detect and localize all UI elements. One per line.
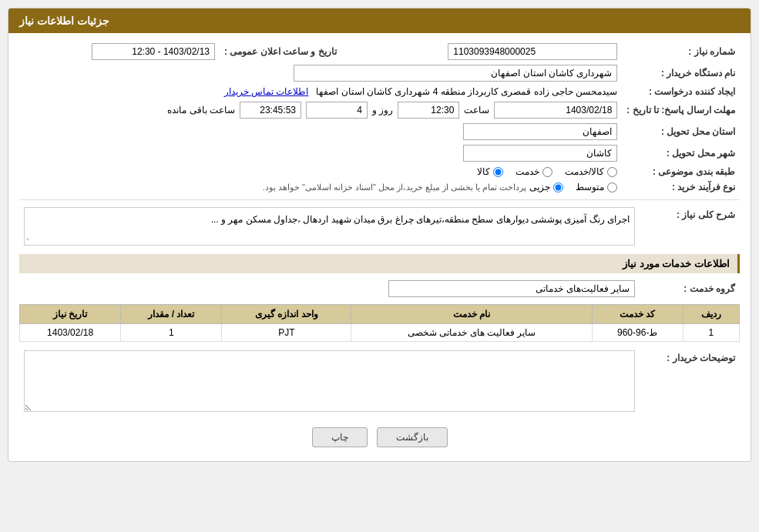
creator-value-cell: سیدمحسن حاجی زاده قمصری کاربرداز منطقه 4… <box>19 84 622 99</box>
announcement-label: تاریخ و ساعت اعلان عمومی : <box>220 41 352 62</box>
table-cell-code: ط-96-960 <box>592 324 683 342</box>
deadline-time-row: 1403/02/18 ساعت 12:30 روز و 4 23:45:53 س… <box>24 102 617 119</box>
category-radio-khedmat: خدمت <box>516 166 552 177</box>
btn-row: بازگشت چاپ <box>19 427 740 447</box>
buyer-notes-textarea[interactable] <box>24 350 635 412</box>
buyer-row: نام دستگاه خریدار : شهرداری کاشان استان … <box>19 62 740 84</box>
process-label: نوع فرآیند خرید : <box>622 179 740 195</box>
services-table-body: 1ط-96-960سایر فعالیت های خدماتی شخصیPJT1… <box>20 324 740 342</box>
process-row-flex: متوسط جزیی پرداخت تمام یا بخشی از مبلغ خ… <box>24 182 617 192</box>
creator-link[interactable]: اطلاعات تماس خریدار <box>224 86 309 97</box>
deadline-time: 12:30 <box>398 102 459 119</box>
category-radio-kala-label: کالا <box>477 166 490 177</box>
buyer-label: نام دستگاه خریدار : <box>622 62 740 84</box>
description-label: شرح کلی نیاز : <box>640 205 740 248</box>
process-value-cell: متوسط جزیی پرداخت تمام یا بخشی از مبلغ خ… <box>19 179 622 195</box>
order-number-row: شماره نیاز : 1103093948000025 تاریخ و سا… <box>19 41 740 62</box>
category-radio-kala-input[interactable] <box>493 167 503 177</box>
creator-name: سیدمحسن حاجی زاده قمصری کاربرداز منطقه 4… <box>316 86 617 97</box>
print-button[interactable]: چاپ <box>312 427 368 447</box>
category-row: طبقه بندی موضوعی : کالا/خدمت خدمت <box>19 164 740 179</box>
description-box: اجرای رنگ آمیزی پوششی دیوارهای سطح منطقه… <box>24 207 635 246</box>
process-radio-group: متوسط جزیی <box>529 182 617 192</box>
province-value-cell: اصفهان <box>19 121 622 142</box>
services-table-header-row: ردیف کد خدمت نام خدمت واحد اندازه گیری ت… <box>20 305 740 324</box>
category-radio-group: کالا/خدمت خدمت کالا <box>24 166 617 177</box>
table-cell-row: 1 <box>683 324 739 342</box>
col-header-name: نام خدمت <box>351 305 592 324</box>
description-text: اجرای رنگ آمیزی پوششی دیوارهای سطح منطقه… <box>211 214 630 225</box>
page-wrapper: جزئیات اطلاعات نیاز شماره نیاز : 1103093… <box>0 0 759 532</box>
group-label: گروه خدمت : <box>640 278 740 299</box>
process-radio-jozi: جزیی <box>529 182 563 192</box>
creator-row: ایجاد کننده درخواست : سیدمحسن حاجی زاده … <box>19 84 740 99</box>
announcement-value: 1403/02/13 - 12:30 <box>92 43 215 60</box>
description-row: شرح کلی نیاز : اجرای رنگ آمیزی پوششی دیو… <box>19 205 740 248</box>
category-radio-khedmat-label: خدمت <box>516 166 539 177</box>
province-value: اصفهان <box>463 123 617 140</box>
group-value: سایر فعالیت‌های خدماتی <box>388 280 635 297</box>
process-note: پرداخت تمام یا بخشی از مبلغ خرید،از محل … <box>263 182 527 192</box>
description-value-cell: اجرای رنگ آمیزی پوششی دیوارهای سطح منطقه… <box>19 205 640 248</box>
table-cell-name: سایر فعالیت های خدماتی شخصی <box>351 324 592 342</box>
services-table-head: ردیف کد خدمت نام خدمت واحد اندازه گیری ت… <box>20 305 740 324</box>
buyer-value: شهرداری کاشان استان اصفهان <box>294 65 617 82</box>
col-header-code: کد خدمت <box>592 305 683 324</box>
creator-label: ایجاد کننده درخواست : <box>622 84 740 99</box>
deadline-days: 4 <box>306 102 368 119</box>
col-header-row: ردیف <box>683 305 739 324</box>
category-label: طبقه بندی موضوعی : <box>622 164 740 179</box>
process-radio-motavaset: متوسط <box>576 182 617 192</box>
process-radio-motavaset-input[interactable] <box>607 182 617 192</box>
category-radio-khedmat-input[interactable] <box>542 167 552 177</box>
deadline-days-label: روز و <box>372 105 393 115</box>
main-card: جزئیات اطلاعات نیاز شماره نیاز : 1103093… <box>8 8 751 462</box>
deadline-time-label: ساعت <box>464 105 489 115</box>
city-label: شهر محل تحویل : <box>622 142 740 164</box>
col-header-date: تاریخ نیاز <box>20 305 121 324</box>
category-radio-kala-khedmat-label: کالا/خدمت <box>565 166 604 177</box>
category-radio-kala-khedmat-input[interactable] <box>607 167 617 177</box>
process-radio-motavaset-label: متوسط <box>576 182 604 192</box>
notes-table: توضیحات خریدار : <box>19 348 740 417</box>
table-cell-date: 1403/02/18 <box>20 324 121 342</box>
table-cell-qty: 1 <box>121 324 222 342</box>
resize-handle: ⌞ <box>26 231 30 243</box>
card-header: جزئیات اطلاعات نیاز <box>8 8 751 33</box>
table-cell-unit: PJT <box>222 324 351 342</box>
services-table: ردیف کد خدمت نام خدمت واحد اندازه گیری ت… <box>19 304 740 342</box>
province-row: استان محل تحویل : اصفهان <box>19 121 740 142</box>
category-value-cell: کالا/خدمت خدمت کالا <box>19 164 622 179</box>
category-radio-kala: کالا <box>477 166 503 177</box>
buyer-notes-label: توضیحات خریدار : <box>640 348 740 417</box>
back-button[interactable]: بازگشت <box>377 427 448 447</box>
group-value-cell: سایر فعالیت‌های خدماتی <box>19 278 640 299</box>
services-section-header: اطلاعات خدمات مورد نیاز <box>19 254 740 273</box>
group-row-tr: گروه خدمت : سایر فعالیت‌های خدماتی <box>19 278 740 299</box>
city-value-cell: کاشان <box>19 142 622 164</box>
description-table: شرح کلی نیاز : اجرای رنگ آمیزی پوششی دیو… <box>19 205 740 248</box>
city-value: کاشان <box>463 145 617 162</box>
table-row: 1ط-96-960سایر فعالیت های خدماتی شخصیPJT1… <box>20 324 740 342</box>
col-header-unit: واحد اندازه گیری <box>222 305 351 324</box>
order-number-label: شماره نیاز : <box>622 41 740 62</box>
process-radio-jozi-input[interactable] <box>553 182 563 192</box>
notes-row: توضیحات خریدار : <box>19 348 740 417</box>
deadline-remaining-label: ساعت باقی مانده <box>167 105 235 115</box>
col-header-qty: تعداد / مقدار <box>121 305 222 324</box>
card-body: شماره نیاز : 1103093948000025 تاریخ و سا… <box>8 33 751 461</box>
deadline-row: مهلت ارسال پاسخ: تا تاریخ : 1403/02/18 س… <box>19 99 740 121</box>
deadline-value-cell: 1403/02/18 ساعت 12:30 روز و 4 23:45:53 س… <box>19 99 622 121</box>
process-row: نوع فرآیند خرید : متوسط جزیی <box>19 179 740 195</box>
order-number-value: 1103093948000025 <box>448 43 617 60</box>
deadline-label: مهلت ارسال پاسخ: تا تاریخ : <box>622 99 740 121</box>
divider-1 <box>19 199 740 200</box>
deadline-remaining: 23:45:53 <box>240 102 301 119</box>
buyer-value-cell: شهرداری کاشان استان اصفهان <box>19 62 622 84</box>
announcement-value-cell: 1403/02/13 - 12:30 <box>19 41 220 62</box>
category-radio-kala-khedmat: کالا/خدمت <box>565 166 617 177</box>
card-title: جزئیات اطلاعات نیاز <box>19 15 109 27</box>
group-table: گروه خدمت : سایر فعالیت‌های خدماتی <box>19 278 740 299</box>
province-label: استان محل تحویل : <box>622 121 740 142</box>
process-radio-jozi-label: جزیی <box>529 182 550 192</box>
